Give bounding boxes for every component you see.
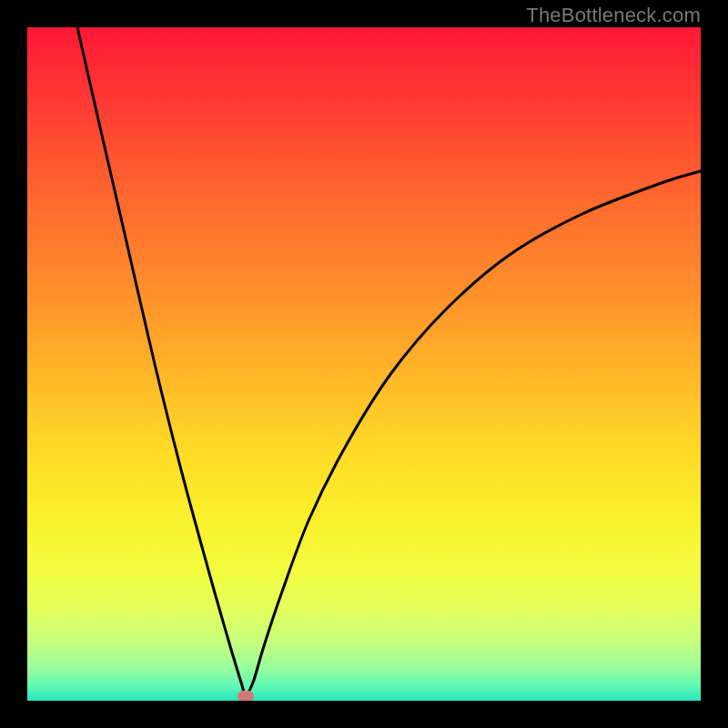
curve-path [77, 27, 701, 694]
chart-frame [27, 27, 701, 701]
optimal-marker [238, 691, 254, 701]
bottleneck-curve [27, 27, 701, 701]
watermark-text: TheBottleneck.com [526, 4, 701, 27]
